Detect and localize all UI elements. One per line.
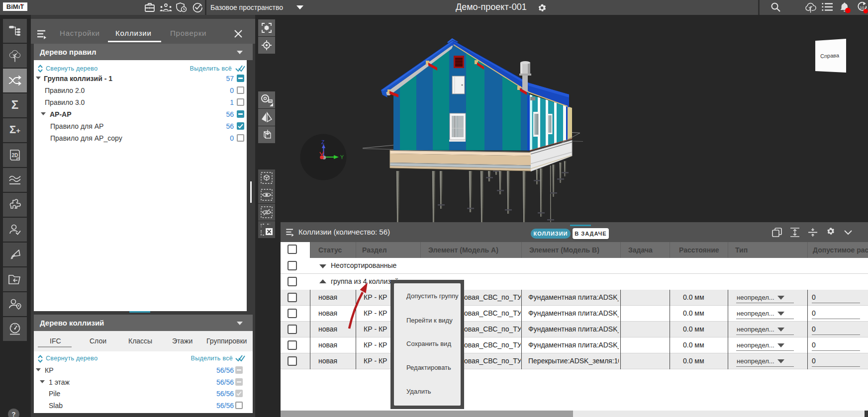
svg-text:10: 10: [860, 5, 865, 10]
svg-text:Справа: Справа: [820, 52, 840, 59]
svg-text:Y: Y: [340, 154, 344, 160]
svg-text:2D: 2D: [12, 153, 18, 158]
svg-text:Z: Z: [321, 139, 325, 145]
